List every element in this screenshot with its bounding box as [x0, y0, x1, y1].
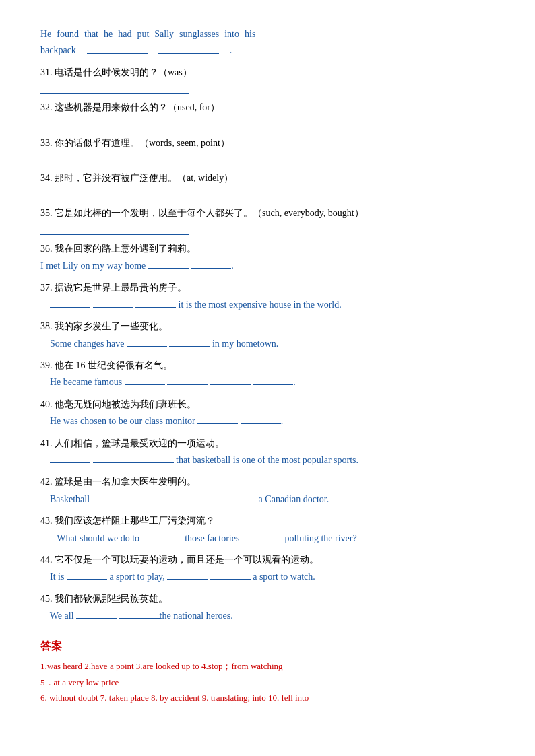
q44-blank2	[167, 569, 208, 580]
intro-paragraph: He found that he had put Sally sunglasse…	[40, 27, 495, 59]
q36-en: I met Lily on my way home .	[40, 258, 495, 273]
intro-word-he: He	[40, 27, 51, 42]
intro-word-his: his	[245, 27, 255, 42]
q42-blank1	[92, 491, 173, 502]
intro-word-into: into	[224, 27, 239, 42]
q42-en: Basketball a Canadian doctor.	[40, 491, 495, 507]
q37-blank2	[93, 297, 133, 308]
q40-blank2	[241, 413, 281, 424]
q44-blank3	[210, 569, 251, 580]
answer-line3: 6. without doubt 7. taken place 8. by ac…	[40, 690, 495, 706]
q42-blank2	[175, 491, 256, 502]
question-41: 41. 人们相信，篮球是最受欢迎的一项运动。 that basketball i…	[40, 436, 495, 469]
question-40: 40. 他毫无疑问地被选为我们班班长。 He was chosen to be …	[40, 397, 495, 429]
question-44: 44. 它不仅是一个可以玩耍的运动，而且还是一个可以观看的运动。 It is a…	[40, 553, 495, 585]
q35-answer-line	[40, 224, 189, 235]
question-33: 33. 你的话似乎有道理。（words, seem, point）	[40, 136, 495, 164]
q37-blank1	[50, 297, 90, 308]
intro-word-he2: he	[104, 27, 113, 42]
q45-cn: 45. 我们都钦佩那些民族英雄。	[40, 592, 495, 607]
q38-blank1	[127, 336, 167, 347]
intro-blank1	[87, 43, 148, 54]
q36-blank2	[191, 258, 231, 269]
q37-blank3	[135, 297, 176, 308]
q45-en: We all the national heroes.	[40, 608, 495, 623]
question-45: 45. 我们都钦佩那些民族英雄。 We all the national her…	[40, 592, 495, 624]
q38-blank2	[169, 336, 210, 347]
question-39: 39. 他在 16 世纪变得很有名气。 He became famous .	[40, 358, 495, 390]
q41-en: that basketball is one of the most popul…	[40, 452, 495, 468]
answer-line1: 1.was heard 2.have a point 3.are looked …	[40, 658, 495, 674]
intro-word-sunglasses: sunglasses	[179, 27, 219, 42]
q39-blank2	[167, 374, 208, 385]
answer-title: 答案	[40, 638, 495, 655]
question-36: 36. 我在回家的路上意外遇到了莉莉。 I met Lily on my way…	[40, 242, 495, 274]
q43-blank1	[142, 530, 183, 541]
q39-blank4	[253, 374, 293, 385]
q43-cn: 43. 我们应该怎样阻止那些工厂污染河流？	[40, 514, 495, 528]
q38-en: Some changes have in my hometown.	[40, 336, 495, 351]
question-42: 42. 篮球是由一名加拿大医生发明的。 Basketball a Canadia…	[40, 475, 495, 507]
question-34: 34. 那时，它并没有被广泛使用。（at, widely）	[40, 171, 495, 199]
q45-blank1	[76, 608, 117, 619]
q39-cn: 39. 他在 16 世纪变得很有名气。	[40, 358, 495, 373]
intro-blanks-row: backpack .	[40, 43, 495, 58]
question-31: 31. 电话是什么时候发明的？（was）	[40, 65, 495, 94]
q38-cn: 38. 我的家乡发生了一些变化。	[40, 319, 495, 334]
q39-blank3	[210, 374, 251, 385]
intro-word-sally: Sally	[154, 27, 174, 42]
question-32: 32. 这些机器是用来做什么的？（used, for）	[40, 100, 495, 129]
q37-cn: 37. 据说它是世界上最昂贵的房子。	[40, 281, 495, 296]
q42-cn: 42. 篮球是由一名加拿大医生发明的。	[40, 475, 495, 489]
q44-cn: 44. 它不仅是一个可以玩耍的运动，而且还是一个可以观看的运动。	[40, 553, 495, 568]
q41-blank2	[93, 452, 174, 463]
intro-word-that: that	[84, 27, 98, 42]
q44-blank1	[67, 569, 107, 580]
q37-en: it is the most expensive house in the wo…	[40, 297, 495, 312]
q41-cn: 41. 人们相信，篮球是最受欢迎的一项运动。	[40, 436, 495, 451]
q39-blank1	[125, 374, 165, 385]
q45-blank2	[119, 608, 160, 619]
q41-blank1	[50, 452, 90, 463]
intro-line1: He found that he had put Sally sunglasse…	[40, 27, 495, 42]
q31-cn: 31. 电话是什么时候发明的？（was）	[40, 65, 495, 80]
q35-cn: 35. 它是如此棒的一个发明，以至于每个人都买了。（such, everybod…	[40, 206, 495, 221]
q43-en: What should we do to those factories pol…	[40, 530, 495, 546]
q31-answer-line	[40, 83, 189, 94]
intro-blank2	[158, 43, 219, 54]
intro-word-put: put	[137, 27, 149, 42]
intro-word-backpack: backpack	[40, 43, 76, 58]
q32-cn: 32. 这些机器是用来做什么的？（used, for）	[40, 100, 495, 115]
q40-cn: 40. 他毫无疑问地被选为我们班班长。	[40, 397, 495, 412]
q39-en: He became famous .	[40, 374, 495, 390]
question-37: 37. 据说它是世界上最昂贵的房子。 it is the most expens…	[40, 281, 495, 313]
q40-en: He was chosen to be our class monitor .	[40, 413, 495, 429]
intro-word-found: found	[57, 27, 79, 42]
q43-blank2	[242, 530, 282, 541]
q33-cn: 33. 你的话似乎有道理。（words, seem, point）	[40, 136, 495, 151]
q44-en: It is a sport to play, a sport to watch.	[40, 569, 495, 584]
question-35: 35. 它是如此棒的一个发明，以至于每个人都买了。（such, everybod…	[40, 206, 495, 234]
answer-line2: 5．at a very low price	[40, 675, 495, 690]
q34-answer-line	[40, 188, 189, 199]
answer-section: 答案 1.was heard 2.have a point 3.are look…	[40, 638, 495, 706]
question-43: 43. 我们应该怎样阻止那些工厂污染河流？ What should we do …	[40, 514, 495, 546]
q32-answer-line	[40, 118, 189, 129]
q36-cn: 36. 我在回家的路上意外遇到了莉莉。	[40, 242, 495, 256]
q33-answer-line	[40, 153, 189, 164]
q34-cn: 34. 那时，它并没有被广泛使用。（at, widely）	[40, 171, 495, 186]
q36-blank1	[148, 258, 189, 269]
question-38: 38. 我的家乡发生了一些变化。 Some changes have in my…	[40, 319, 495, 351]
intro-word-had: had	[118, 27, 131, 42]
q40-blank1	[197, 413, 238, 424]
